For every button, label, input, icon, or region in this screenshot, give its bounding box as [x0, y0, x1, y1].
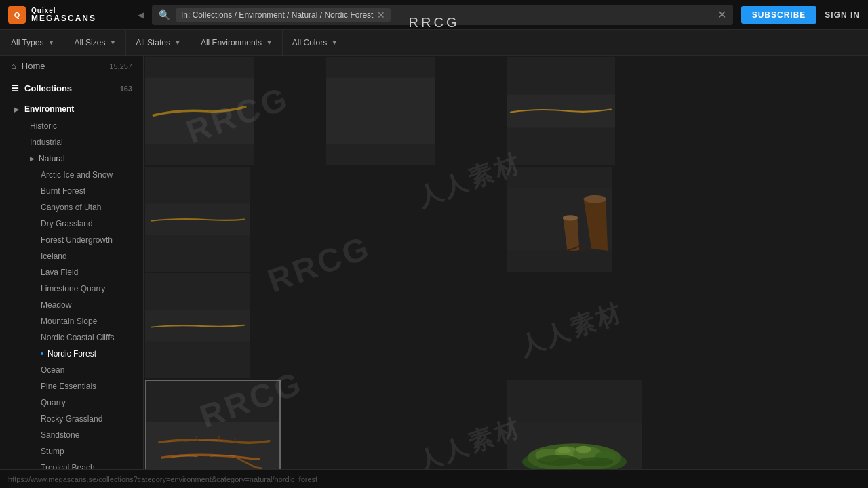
filter-colors-label: All Colors: [292, 38, 327, 47]
asset-card-branch-4[interactable]: [145, 167, 250, 272]
sidebar-environment-header[interactable]: ▶ Environment: [8, 98, 143, 118]
sidebar-item-canyons-utah[interactable]: Canyons of Utah: [30, 199, 143, 216]
sidebar-item-limestone-quarry-label: Limestone Quarry: [41, 284, 105, 293]
sidebar-item-arctic-ice-label: Arctic Ice and Snow: [41, 170, 113, 180]
sidebar-item-sandstone-label: Sandstone: [41, 430, 79, 440]
svg-point-6: [563, 215, 578, 220]
sidebar-item-stump[interactable]: Stump: [30, 443, 143, 460]
asset-card-branch-5[interactable]: [145, 273, 250, 378]
search-tag-close-icon[interactable]: ✕: [377, 9, 385, 20]
sidebar-item-forest-undergrowth-label: Forest Undergrowth: [41, 235, 113, 245]
filter-environments[interactable]: All Environments ▼: [191, 30, 283, 56]
sidebar-item-tropical-beach[interactable]: Tropical Beach: [30, 460, 143, 469]
sidebar-item-lava-field-label: Lava Field: [41, 268, 78, 277]
sidebar-environment-section: ▶ Environment Historic Industrial ▶ Natu…: [0, 98, 143, 469]
asset-card-branch-2[interactable]: [326, 57, 435, 165]
bottombar: https://www.megascans.se/collections?cat…: [0, 469, 868, 488]
logo-megascans-text: MEGASCANS: [31, 14, 96, 22]
sidebar-natural-subitems: Arctic Ice and Snow Burnt Forest Canyons…: [19, 167, 143, 469]
sidebar-item-nordic-forest[interactable]: Nordic Forest: [30, 346, 143, 362]
sidebar: ⌂ Home 15,257 ☰ Collections 163 ▶ Enviro…: [0, 56, 144, 469]
sidebar-item-meadow[interactable]: Meadow: [30, 297, 143, 313]
svg-rect-1: [326, 78, 435, 144]
svg-point-19: [576, 446, 591, 453]
sidebar-item-nordic-coastal-cliffs[interactable]: Nordic Coastal Cliffs: [30, 329, 143, 346]
sidebar-item-forest-undergrowth[interactable]: Forest Undergrowth: [30, 232, 143, 248]
search-icon: 🔍: [159, 9, 170, 20]
signin-button[interactable]: SIGN IN: [825, 10, 860, 20]
sidebar-item-nordic-coastal-cliffs-label: Nordic Coastal Cliffs: [41, 333, 114, 342]
collapse-sidebar-button[interactable]: ◀: [138, 10, 144, 20]
sidebar-item-rocky-grassland[interactable]: Rocky Grassland: [30, 411, 143, 427]
filter-colors-chevron-icon: ▼: [331, 39, 338, 46]
sidebar-item-lava-field[interactable]: Lava Field: [30, 264, 143, 281]
sidebar-item-industrial[interactable]: Industrial: [19, 134, 143, 150]
sidebar-item-sandstone[interactable]: Sandstone: [30, 427, 143, 443]
filter-types-label: All Types: [11, 38, 43, 47]
sidebar-item-meadow-label: Meadow: [41, 300, 71, 310]
active-indicator: [41, 352, 43, 355]
filter-sizes-label: All Sizes: [74, 38, 105, 47]
svg-rect-8: [146, 422, 279, 469]
sidebar-environment-label: Environment: [24, 104, 74, 114]
search-area: 🔍 In: Collections / Environment / Natura…: [152, 5, 733, 25]
sidebar-item-ocean[interactable]: Ocean: [30, 362, 143, 378]
url-bar-text: https://www.megascans.se/collections?cat…: [8, 475, 317, 483]
sidebar-item-burnt-forest[interactable]: Burnt Forest: [30, 183, 143, 199]
search-clear-button[interactable]: ✕: [717, 8, 726, 21]
home-icon: ⌂: [11, 61, 16, 71]
logo-text: Quixel MEGASCANS: [31, 7, 96, 22]
sidebar-item-pine-essentials-label: Pine Essentials: [41, 382, 96, 391]
filter-environments-label: All Environments: [201, 38, 262, 47]
sidebar-item-historic[interactable]: Historic: [19, 118, 143, 134]
sidebar-item-ocean-label: Ocean: [41, 365, 64, 375]
filterbar: All Types ▼ All Sizes ▼ All States ▼ All…: [0, 30, 868, 56]
sidebar-item-quarry[interactable]: Quarry: [30, 394, 143, 411]
svg-point-5: [584, 195, 606, 203]
sidebar-collections-header[interactable]: ☰ Collections 163: [0, 77, 143, 98]
sidebar-item-dry-grassland[interactable]: Dry Grassland: [30, 216, 143, 232]
sidebar-item-natural-label: Natural: [39, 154, 65, 163]
asset-card-stumps[interactable]: [507, 167, 612, 272]
filter-types-chevron-icon: ▼: [47, 39, 54, 46]
quixel-logo-icon: Q: [8, 6, 26, 24]
subscribe-button[interactable]: SUBSCRIBE: [741, 6, 817, 24]
sidebar-item-burnt-forest-label: Burnt Forest: [41, 186, 85, 196]
sidebar-item-dry-grassland-label: Dry Grassland: [41, 219, 93, 228]
filter-environments-chevron-icon: ▼: [266, 39, 273, 46]
sidebar-item-limestone-quarry[interactable]: Limestone Quarry: [30, 281, 143, 297]
assets-grid: Common Spruce Branch: [144, 56, 868, 469]
content-area: RRCG 人人素材 RRCG 人人素材 RRCG 人人素材: [144, 56, 868, 469]
asset-card-moss-rock[interactable]: [507, 380, 642, 469]
asset-card-spruce-branch-highlighted[interactable]: Common Spruce Branch: [145, 380, 281, 469]
filter-sizes[interactable]: All Sizes ▼: [64, 30, 126, 56]
sidebar-item-nordic-forest-label: Nordic Forest: [47, 349, 96, 359]
sidebar-item-stump-label: Stump: [41, 447, 64, 456]
asset-card-branch-1[interactable]: [145, 57, 254, 165]
filter-states-label: All States: [136, 38, 170, 47]
filter-types[interactable]: All Types ▼: [11, 30, 64, 56]
svg-point-16: [538, 455, 580, 466]
sidebar-item-historic-label: Historic: [30, 121, 57, 131]
sidebar-item-quarry-label: Quarry: [41, 398, 66, 407]
chevron-right-natural-icon: ▶: [30, 155, 35, 162]
topbar: Q Quixel MEGASCANS ◀ 🔍 In: Collections /…: [0, 0, 868, 30]
filter-sizes-chevron-icon: ▼: [109, 39, 116, 46]
collections-icon: ☰: [11, 83, 19, 94]
filter-states-chevron-icon: ▼: [174, 39, 181, 46]
logo-area: Q Quixel MEGASCANS ◀: [8, 6, 144, 24]
sidebar-item-natural[interactable]: ▶ Natural: [19, 150, 143, 167]
filter-states[interactable]: All States ▼: [126, 30, 191, 56]
main-layout: ⌂ Home 15,257 ☰ Collections 163 ▶ Enviro…: [0, 56, 868, 469]
sidebar-item-iceland[interactable]: Iceland: [30, 248, 143, 264]
search-tag: In: Collections / Environment / Natural …: [176, 8, 391, 22]
topbar-actions: SUBSCRIBE SIGN IN: [741, 6, 860, 24]
filter-colors[interactable]: All Colors ▼: [283, 30, 347, 56]
sidebar-collections-label: Collections: [24, 83, 72, 94]
sidebar-item-home[interactable]: ⌂ Home 15,257: [0, 56, 143, 77]
sidebar-item-mountain-slope-label: Mountain Slope: [41, 317, 97, 326]
asset-card-branch-3[interactable]: [507, 57, 615, 165]
sidebar-item-arctic-ice[interactable]: Arctic Ice and Snow: [30, 167, 143, 183]
sidebar-item-pine-essentials[interactable]: Pine Essentials: [30, 378, 143, 394]
sidebar-item-mountain-slope[interactable]: Mountain Slope: [30, 313, 143, 329]
